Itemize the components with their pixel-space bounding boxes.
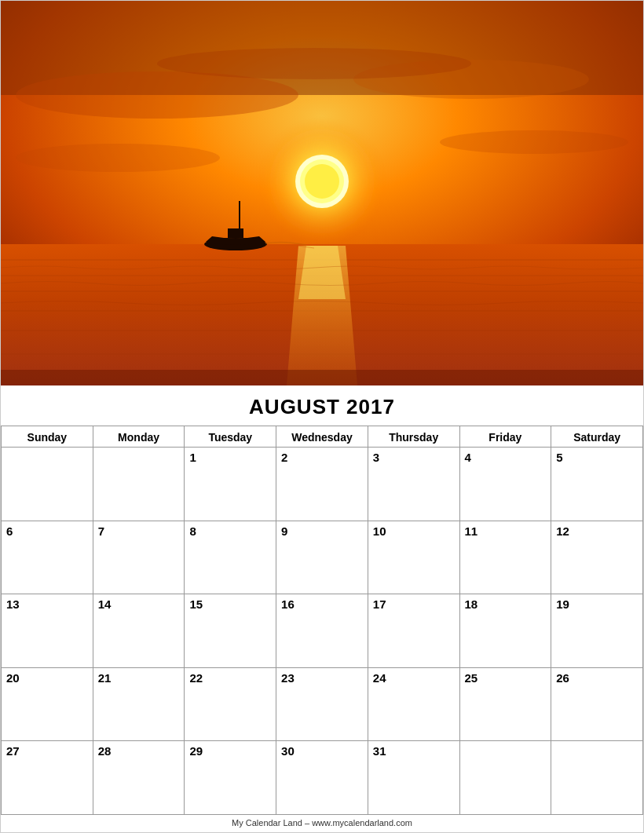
calendar-section: AUGUST 2017 Sunday Monday Tuesday Wednes…: [1, 385, 643, 832]
calendar-day-cell: 17: [368, 594, 459, 668]
calendar-day-cell: 13: [2, 594, 93, 668]
col-wednesday: Wednesday: [276, 426, 368, 448]
photo-section: [1, 1, 643, 385]
calendar-day-cell: 28: [93, 741, 185, 815]
svg-point-4: [157, 48, 471, 79]
calendar-day-cell: [459, 741, 551, 815]
svg-rect-21: [228, 228, 243, 238]
svg-point-5: [16, 144, 220, 172]
calendar-day-cell: 9: [276, 521, 368, 594]
calendar-day-cell: 15: [185, 594, 276, 668]
col-monday: Monday: [93, 426, 185, 448]
calendar-week-row: 6789101112: [2, 521, 643, 594]
calendar-day-cell: 11: [459, 521, 551, 594]
calendar-day-cell: 5: [551, 448, 643, 521]
calendar-day-cell: 31: [368, 741, 459, 815]
col-saturday: Saturday: [551, 426, 643, 448]
calendar-day-cell: 18: [459, 594, 551, 668]
calendar-day-cell: 1: [185, 448, 276, 521]
calendar-day-cell: 6: [2, 521, 93, 594]
calendar-week-row: 12345: [2, 448, 643, 521]
calendar-title: AUGUST 2017: [1, 385, 643, 426]
calendar-day-cell: 7: [93, 521, 185, 594]
svg-rect-23: [1, 370, 643, 385]
calendar-day-cell: 14: [93, 594, 185, 668]
calendar-day-cell: 25: [459, 667, 551, 741]
calendar-day-cell: 16: [276, 594, 368, 668]
calendar-day-cell: [2, 448, 93, 521]
col-sunday: Sunday: [2, 426, 93, 448]
calendar-day-cell: 3: [368, 448, 459, 521]
calendar-day-cell: 29: [185, 741, 276, 815]
svg-point-2: [16, 71, 298, 119]
col-friday: Friday: [459, 426, 551, 448]
calendar-day-cell: 4: [459, 448, 551, 521]
calendar-footer: My Calendar Land – www.mycalendarland.co…: [1, 815, 643, 832]
calendar-day-cell: 30: [276, 741, 368, 815]
calendar-day-cell: 23: [276, 667, 368, 741]
calendar-day-cell: 22: [185, 667, 276, 741]
calendar-day-cell: [551, 741, 643, 815]
calendar-day-cell: 26: [551, 667, 643, 741]
calendar-week-row: 13141516171819: [2, 594, 643, 668]
calendar-day-cell: 20: [2, 667, 93, 741]
svg-marker-19: [298, 246, 346, 299]
calendar-day-cell: [93, 448, 185, 521]
page-container: AUGUST 2017 Sunday Monday Tuesday Wednes…: [0, 0, 644, 833]
svg-point-6: [440, 130, 628, 154]
calendar-day-cell: 21: [93, 667, 185, 741]
svg-point-10: [305, 164, 339, 199]
col-thursday: Thursday: [368, 426, 459, 448]
calendar-week-row: 2728293031: [2, 741, 643, 815]
calendar-day-cell: 10: [368, 521, 459, 594]
calendar-day-cell: 8: [185, 521, 276, 594]
calendar-day-cell: 27: [2, 741, 93, 815]
calendar-day-cell: 2: [276, 448, 368, 521]
calendar-week-row: 20212223242526: [2, 667, 643, 741]
sunset-image: [1, 1, 643, 385]
calendar-header-row: Sunday Monday Tuesday Wednesday Thursday…: [2, 426, 643, 448]
calendar-table: Sunday Monday Tuesday Wednesday Thursday…: [1, 426, 643, 815]
calendar-day-cell: 19: [551, 594, 643, 668]
col-tuesday: Tuesday: [185, 426, 276, 448]
calendar-day-cell: 24: [368, 667, 459, 741]
calendar-day-cell: 12: [551, 521, 643, 594]
